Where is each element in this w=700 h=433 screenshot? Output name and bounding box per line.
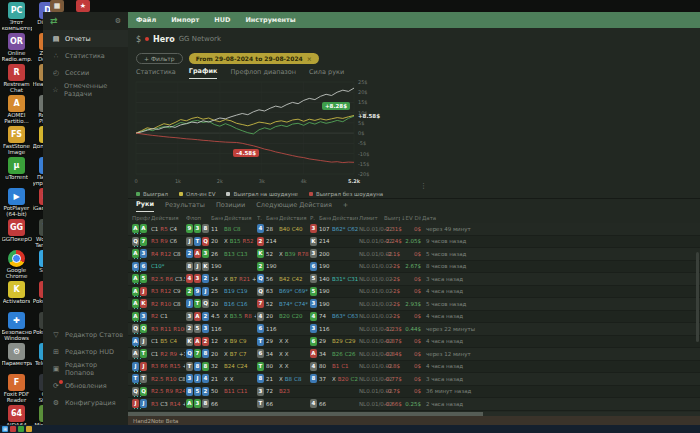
action-c1: C1 [341,363,348,369]
vertical-scrollbar[interactable] [696,252,699,342]
menu-item-инструменты[interactable]: Инструменты [245,16,295,24]
hand2note-window: ⇄ ⚙ ▤Отчеты∴Статистика◴Сессии☆Отмеченные… [43,12,700,425]
table-row[interactable]: 66C10*8JK19021906190NL0.01/0.02-2$2.67$8… [128,261,700,274]
menu-item-файл[interactable]: Файл [136,16,156,24]
desktop-icon-star-app[interactable]: ★ [76,0,90,12]
desktop-icon-online-radio-amp[interactable]: OROnline Radio.amp... [1,31,32,62]
desktop-icon-google-chrome[interactable]: Google Chrome [1,248,32,279]
col-header-выиграл-12[interactable]: Выиграл [384,215,400,221]
table-row[interactable]: QQR2.5R9R24+185250B11C11372B23NL0.01/0.0… [128,386,700,399]
chart-menu-icon[interactable]: ⋮ [420,182,427,190]
menu-item-hud[interactable]: HUD [214,16,230,24]
table-row[interactable]: AAC1R5C493811B8C8428B40C403107B62*C62*NL… [128,223,700,236]
legend-item-выиграл-на-шоудауне[interactable]: Выиграл на шоудауне [226,191,297,197]
taskbar-icon-start[interactable]: ⊞ [2,426,8,432]
won-amount: -2.31$ [384,226,400,232]
table-tab-руки[interactable]: Руки [136,200,154,212]
table-row[interactable]: JJR3R6R15+1T8832B24C24T80XX480B1C1NL0.01… [128,361,700,374]
ev-diff: 0$ [401,363,421,369]
desktop-icon-меню[interactable]: ▦ [50,0,64,12]
table-row[interactable]: A5R2.5R6C3.543214XB7R21+1Q56B42C425140B3… [128,273,700,286]
desktop-icon-activators[interactable]: KActivators [1,279,32,310]
sidebar-gear-icon[interactable]: ⚙ [115,17,121,25]
table-row[interactable]: AJC1B5C4KA212XB9C9T29XX629B29C29NL0.01/0… [128,336,700,349]
desktop-icon-restream-chat[interactable]: RRestream Chat [1,62,32,93]
card-3: 3 [194,224,201,233]
desktop-icon-этот-компьютер[interactable]: PCЭтот компьютер [1,0,32,31]
action-b40: B40 [279,226,290,232]
desktop-icon-безопасность-windows[interactable]: ✚Безопасность Windows [1,310,32,341]
tab-сила-руки[interactable]: Сила руки [309,68,344,79]
legend-dot [136,192,140,196]
table-row[interactable]: A3R2C13A24.5XB3.5R8+1420B20C20474B63*C63… [128,311,700,324]
desktop-icon-ggпокерок[interactable]: GGGGПокерОК [1,217,32,248]
legend-item-выиграл-без-шоудауна[interactable]: Выиграл без шоудауна [309,191,383,197]
col-header-действия-7[interactable]: Действия [279,215,309,221]
table-row[interactable]: AJR3R12C929J25B19C19Q63B69*C69*5190NL0.0… [128,286,700,299]
col-header-т-5[interactable]: Т. [257,215,265,221]
sidebar-item-редактор-hud[interactable]: ⊞Редактор HUD [43,343,128,360]
legend-item-олл-ин-ev[interactable]: Олл-ин EV [179,191,216,197]
col-header-флоп-2[interactable]: Флоп [186,215,210,221]
desktop-icon-foxit-pdf-reader[interactable]: FFoxit PDF Reader [1,372,32,403]
sidebar-item-редактор-попапов[interactable]: ▣Редактор Попапов [43,360,128,377]
table-tab-результаты[interactable]: Результаты [165,201,205,212]
sidebar-item-отчеты[interactable]: ▤Отчеты [43,30,128,47]
col-header-р-8[interactable]: Р. [310,215,318,221]
date-range-filter[interactable]: From 29-08-2024 to 29-08-2024 × [189,53,319,64]
action-c40: C40 [292,226,303,232]
taskbar-icon-pinned-3[interactable] [26,426,32,432]
sidebar-item-обновления[interactable]: ⟳Обновления [43,377,128,394]
foxit-pdf-reader-icon: F [8,374,25,391]
card-8: 8 [202,399,209,408]
table-row[interactable]: A3R4R12C82A326B13C13K52XB39R78+23200NL0.… [128,248,700,261]
col-header-дата-14[interactable]: Дата [422,215,456,221]
menu-bar: ФайлИмпортHUDИнструменты [128,12,700,28]
sidebar-item-отмеченные-раздачи[interactable]: ☆Отмеченные Раздачи [43,81,128,98]
table-row[interactable]: TTR2.5R10C83J421XX821XB8C8837XB20C20NL0.… [128,373,700,386]
desktop-icon-параметры[interactable]: ⚙Параметры [1,341,32,372]
desktop-icon-faststone-image-viewer[interactable]: FSFastStone Image Viewer [1,124,32,155]
tab-префлоп-диапазон[interactable]: Префлоп диапазон [230,68,296,79]
table-row[interactable]: QQR3R11R100*+125311661163116NL0.01/0.02-… [128,323,700,336]
desktop-icon-potplayer-64-bit[interactable]: ▶PotPlayer (64-bit) [1,186,32,217]
flop-cards: 3J4 [186,374,210,383]
taskbar-icon-pinned-1[interactable] [10,426,16,432]
taskbar-icon-pinned-2[interactable] [18,426,24,432]
col-header-банк-9[interactable]: Банк [319,215,331,221]
action-r3: R3 [151,401,158,407]
desktop-icon-utorrent[interactable]: µuTorrent [1,155,32,186]
sidebar-item-статистика[interactable]: ∴Статистика [43,47,128,64]
col-header-банк-6[interactable]: Банк [266,215,278,221]
table-row[interactable]: AKR2R10C8JTQ20B16C16752B74*C74*3190NL0.0… [128,298,700,311]
col-header-действия-10[interactable]: Действия [332,215,358,221]
add-filter-button[interactable]: + Фильтр [136,53,183,64]
отчеты-icon: ▤ [52,35,60,43]
status-dot [145,37,149,41]
col-header-ev-diff-13[interactable]: ↓EV Diff. [401,215,421,221]
card-A: A [132,312,139,321]
table-row[interactable]: ATC1R2R9+1Q7820XB7C7634XXA34B26C26NL0.01… [128,348,700,361]
sidebar-item-label: Статистика [65,52,105,60]
table-tab-+[interactable]: + [343,201,348,212]
remove-filter-icon[interactable]: × [307,55,312,62]
table-row[interactable]: JJR3C3R14+3A3866T66466NL0.01/0.02-0.66$0… [128,398,700,411]
legend-item-выиграл[interactable]: Выиграл [136,191,168,197]
table-tab-следующие-действия[interactable]: Следующие Действия [256,201,332,212]
action-c31: C31* [348,276,358,282]
sidebar-item-редактор-статов[interactable]: ▽Редактор Статов [43,326,128,343]
col-header-лимит-11[interactable]: Лимит [359,215,383,221]
tab-график[interactable]: График [189,67,218,79]
sidebar-item-сессии[interactable]: ◴Сессии [43,64,128,81]
table-row[interactable]: Q7R3R9C6JTQ20XB15R52+22214K214NL0.01/0.0… [128,236,700,249]
col-header-действия-1[interactable]: Действия [151,215,185,221]
tab-статистика[interactable]: Статистика [136,68,176,79]
menu-item-импорт[interactable]: Импорт [171,16,199,24]
sidebar-item-конфигурация[interactable]: ⚙Конфигурация [43,394,128,411]
col-header-действия-4[interactable]: Действия [224,215,256,221]
desktop-icon-aomei-partitio[interactable]: AAOMEI Partitio... [1,93,32,124]
col-header-префлоп-0[interactable]: Префлоп [132,215,150,221]
table-tab-позиции[interactable]: Позиции [216,201,245,212]
col-header-банк-3[interactable]: Банк [211,215,223,221]
river-pot: 190 [319,301,331,307]
